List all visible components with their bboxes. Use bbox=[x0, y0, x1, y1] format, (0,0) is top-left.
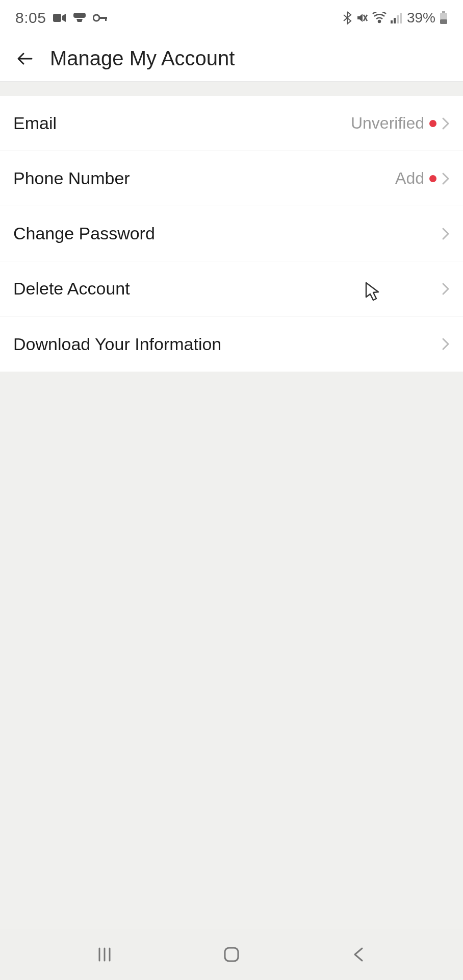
cast-icon bbox=[73, 13, 86, 23]
item-label: Email bbox=[13, 113, 57, 133]
svg-rect-0 bbox=[53, 14, 61, 22]
back-nav-icon bbox=[351, 945, 366, 964]
chevron-right-icon bbox=[442, 282, 450, 296]
recents-button[interactable] bbox=[89, 939, 120, 970]
item-status: Add bbox=[395, 169, 424, 188]
alert-dot-icon bbox=[429, 175, 436, 182]
item-right: Unverified bbox=[351, 114, 450, 133]
delete-account-item[interactable]: Delete Account bbox=[0, 261, 463, 316]
email-item[interactable]: Email Unverified bbox=[0, 96, 463, 151]
arrow-left-icon bbox=[15, 48, 36, 69]
settings-list: Email Unverified Phone Number Add Change… bbox=[0, 96, 463, 372]
home-icon bbox=[222, 945, 241, 964]
battery-text: 39% bbox=[407, 10, 435, 26]
svg-rect-8 bbox=[394, 18, 396, 23]
item-right bbox=[442, 227, 450, 240]
home-button[interactable] bbox=[216, 939, 247, 970]
svg-rect-17 bbox=[225, 948, 238, 961]
item-label: Phone Number bbox=[13, 168, 130, 188]
wifi-icon bbox=[372, 12, 387, 23]
svg-rect-7 bbox=[391, 20, 393, 23]
chevron-right-icon bbox=[442, 117, 450, 130]
item-status: Unverified bbox=[351, 114, 424, 133]
svg-rect-9 bbox=[397, 15, 399, 23]
key-icon bbox=[93, 14, 107, 22]
status-right: 39% bbox=[343, 10, 448, 26]
back-nav-button[interactable] bbox=[343, 939, 374, 970]
svg-rect-11 bbox=[442, 11, 445, 13]
item-label: Download Your Information bbox=[13, 334, 221, 354]
chevron-right-icon bbox=[442, 337, 450, 351]
svg-point-6 bbox=[378, 20, 380, 22]
item-right bbox=[442, 337, 450, 351]
status-time: 8:05 bbox=[15, 9, 46, 27]
download-info-item[interactable]: Download Your Information bbox=[0, 316, 463, 372]
svg-point-1 bbox=[93, 15, 99, 21]
header: Manage My Account bbox=[0, 36, 463, 82]
item-right bbox=[442, 282, 450, 296]
status-bar: 8:05 39% bbox=[0, 0, 463, 36]
item-label: Change Password bbox=[13, 224, 155, 243]
svg-rect-13 bbox=[440, 19, 447, 24]
battery-icon bbox=[440, 11, 448, 24]
status-left: 8:05 bbox=[15, 9, 107, 27]
item-right: Add bbox=[395, 169, 450, 188]
bluetooth-icon bbox=[343, 11, 352, 24]
signal-icon bbox=[391, 12, 403, 23]
svg-rect-10 bbox=[400, 13, 402, 23]
phone-number-item[interactable]: Phone Number Add bbox=[0, 151, 463, 206]
chevron-right-icon bbox=[442, 227, 450, 240]
section-gap bbox=[0, 82, 463, 96]
alert-dot-icon bbox=[429, 120, 436, 127]
item-label: Delete Account bbox=[13, 279, 130, 299]
change-password-item[interactable]: Change Password bbox=[0, 206, 463, 261]
nav-bar bbox=[0, 929, 463, 980]
chevron-right-icon bbox=[442, 172, 450, 185]
recents-icon bbox=[95, 945, 114, 964]
back-button[interactable] bbox=[10, 43, 41, 74]
page-title: Manage My Account bbox=[50, 47, 235, 70]
mute-icon bbox=[356, 12, 368, 24]
svg-rect-3 bbox=[105, 17, 107, 21]
video-icon bbox=[53, 13, 66, 23]
